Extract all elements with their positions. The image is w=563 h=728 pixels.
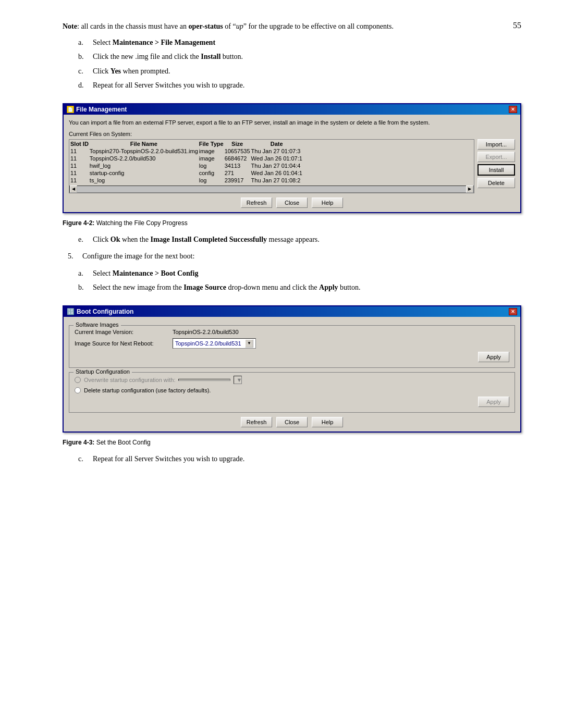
boot-config-bottom-buttons: Refresh Close Help [69,417,515,427]
apply-button-2[interactable]: Apply [478,397,509,407]
close-button-bootconfig[interactable]: ✕ [509,308,517,315]
note-oper-status: oper-status [188,22,223,30]
image-source-row: Image Source for Next Reboot: TopspinOS-… [75,338,509,349]
cell-name: hwif_log [90,163,198,169]
cell-name: ts_log [90,177,198,183]
table-row[interactable]: 11 ts_log log 239917 Thu Jan 27 01:08:2 [70,177,302,183]
table-row[interactable]: 11 hwif_log log 34113 Thu Jan 27 01:04:4 [70,163,302,169]
horizontal-scrollbar[interactable]: ◀ ▶ [69,186,474,193]
current-image-row: Current Image Version: TopspinOS-2.2.0/b… [75,329,509,335]
cell-name: startup-config [90,170,198,176]
cell-date: Thu Jan 27 01:04:4 [251,163,302,169]
file-table-header: Slot ID File Name File Type Size Date [70,141,302,147]
steps-5a-5b: a. Select Maintenance > Boot Config b. S… [78,268,521,294]
image-source-label: Image Source for Next Reboot: [75,340,168,347]
step-d-text: Repeat for all Server Switches you wish … [93,80,521,91]
col-file-name: File Name [90,141,198,147]
scroll-left-arrow[interactable]: ◀ [70,186,77,193]
import-button[interactable]: Import... [478,139,515,150]
steps-a-to-d: a. Select Maintenance > File Management … [78,37,521,92]
boot-titlebar-icon: 🔢 [67,308,75,315]
file-table-wrapper: Slot ID File Name File Type Size Date 11… [69,139,474,193]
step-e-text: Click Ok when the Image Install Complete… [93,234,521,245]
radio-delete-circle[interactable] [75,387,81,393]
overwrite-input [178,379,230,381]
step5-item: 5. Configure the image for the next boot… [68,251,521,262]
radio-overwrite-circle[interactable] [75,377,81,383]
step-b: b. Click the new .img file and click the… [78,51,521,63]
file-management-dialog: 📄 File Management ✕ You can import a fil… [63,103,521,213]
step-5a-label: a. [78,268,88,279]
boot-config-dialog: 🔢 Boot Configuration ✕ Software Images C… [63,305,521,433]
boot-titlebar-left: 🔢 Boot Configuration [67,308,133,315]
note-bold: Note [63,22,77,30]
cell-slot: 11 [70,155,89,162]
software-images-group: Software Images Current Image Version: T… [69,325,515,368]
cell-slot: 11 [70,148,89,154]
boot-config-titlebar: 🔢 Boot Configuration ✕ [64,306,520,317]
step5-list: 5. Configure the image for the next boot… [68,251,521,262]
file-mgmt-titlebar: 📄 File Management ✕ [64,104,520,115]
current-files-label: Current Files on System: [69,131,515,137]
image-source-value: TopspinOS-2.2.0/build531 [175,340,243,347]
step-c-final-text: Repeat for all Server Switches you wish … [93,453,521,465]
cell-size: 271 [225,170,250,176]
cell-name: TopspinOS-2.2.0/build530 [90,155,198,162]
export-button[interactable]: Export... [478,152,515,162]
refresh-button-filemgmt[interactable]: Refresh [241,198,272,208]
apply-row-1: Apply [75,352,509,362]
note-paragraph: Note: all cards in the chassis must have… [63,21,521,32]
step-5b-text: Select the new image from the Image Sour… [93,282,521,293]
cell-size: 10657535 [225,148,250,154]
install-button[interactable]: Install [478,164,515,176]
file-side-buttons: Import... Export... Install Delete [478,139,515,193]
current-image-value: TopspinOS-2.2.0/build530 [173,329,239,335]
step-5b: b. Select the new image from the Image S… [78,282,521,293]
dropdown-arrow-icon[interactable]: ▼ [245,339,253,348]
file-mgmt-desc: You can import a file from an external F… [69,119,515,127]
file-table: Slot ID File Name File Type Size Date 11… [69,140,303,184]
step-a-label: a. [78,37,88,48]
note-italic-up: up [236,22,243,30]
cell-type: config [199,170,224,176]
figure3-caption: Figure 4-3: Set the Boot Config [63,439,521,446]
scroll-right-arrow[interactable]: ▶ [466,186,473,193]
step-a: a. Select Maintenance > File Management [78,37,521,48]
table-row[interactable]: 11 startup-config config 271 Wed Jan 26 … [70,170,302,176]
step5-text: Configure the image for the next boot: [82,251,194,262]
help-button-bootconfig[interactable]: Help [312,417,343,427]
radio-overwrite-label: Overwrite startup configuration with: [84,377,175,383]
table-row[interactable]: 11 TopspinOS-2.2.0/build530 image 668467… [70,155,302,162]
cell-type: image [199,148,224,154]
col-date: Date [251,141,302,147]
close-button-bootconfig-bottom[interactable]: Close [276,417,308,427]
apply-button-1[interactable]: Apply [478,352,509,362]
radio-delete-label: Delete startup configuration (use factor… [84,387,211,393]
note-text2: of “ [223,22,236,30]
table-row[interactable]: 11 Topspin270-TopspinOS-2.2.0-build531.i… [70,148,302,154]
page-number: 55 [513,21,521,30]
file-mgmt-bottom-buttons: Refresh Close Help [69,198,515,208]
step-c-final: c. Repeat for all Server Switches you wi… [78,453,521,465]
boot-config-body: Software Images Current Image Version: T… [64,317,520,431]
help-button-filemgmt[interactable]: Help [312,198,343,208]
step5-label: 5. [68,251,77,262]
refresh-button-bootconfig[interactable]: Refresh [241,417,272,427]
step-d-label: d. [78,80,88,91]
image-source-dropdown[interactable]: TopspinOS-2.2.0/build531 ▼ [173,338,256,349]
radio-delete-row: Delete startup configuration (use factor… [75,387,509,393]
close-bottom-button-filemgmt[interactable]: Close [276,198,308,208]
close-button-filemgmt[interactable]: ✕ [509,106,517,113]
delete-button[interactable]: Delete [478,178,515,188]
step-c-label: c. [78,66,88,77]
step-c: c. Click Yes when prompted. [78,66,521,77]
step-b-text: Click the new .img file and click the In… [93,51,521,63]
cell-slot: 11 [70,170,89,176]
step-d: d. Repeat for all Server Switches you wi… [78,80,521,91]
file-mgmt-body: You can import a file from an external F… [64,115,520,212]
cell-date: Wed Jan 26 01:07:1 [251,155,302,162]
step-c-final-label: c. [78,453,88,465]
cell-slot: 11 [70,163,89,169]
scroll-track[interactable] [77,186,466,192]
software-images-label: Software Images [74,322,121,328]
